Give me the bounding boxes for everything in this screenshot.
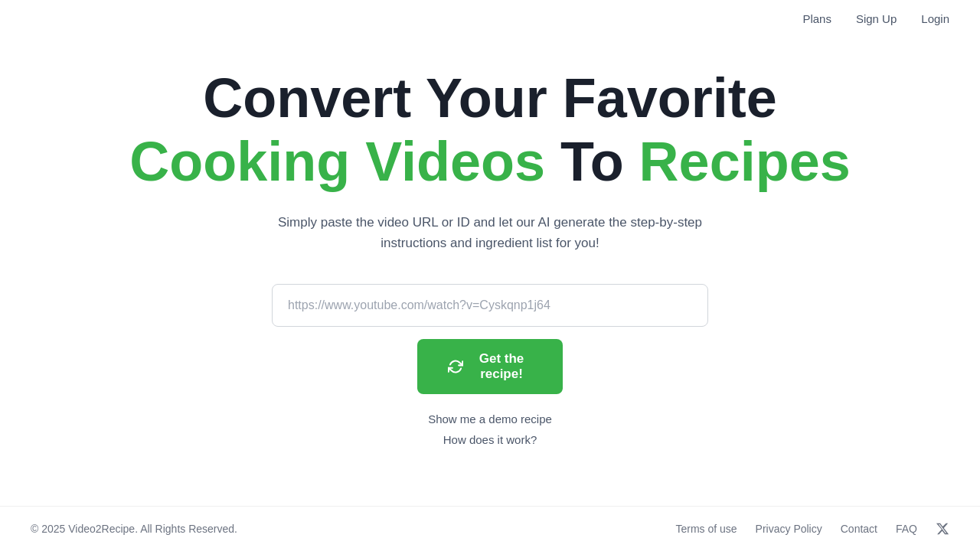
footer-terms-link[interactable]: Terms of use xyxy=(675,523,737,535)
how-it-works-link[interactable]: How does it work? xyxy=(443,433,537,446)
hero-title-recipes: Recipes xyxy=(639,131,851,192)
url-input[interactable] xyxy=(272,284,708,327)
footer-links: Terms of use Privacy Policy Contact FAQ xyxy=(675,522,949,536)
footer-copyright: © 2025 Video2Recipe. All Rights Reserved… xyxy=(31,523,237,535)
hero-title-cooking: Cooking Videos xyxy=(129,131,545,192)
site-footer: © 2025 Video2Recipe. All Rights Reserved… xyxy=(0,506,980,551)
hero-title-line2: Cooking Videos To Recipes xyxy=(129,130,851,194)
get-recipe-button[interactable]: Get the recipe! xyxy=(417,339,563,394)
main-content: Convert Your Favorite Cooking Videos To … xyxy=(0,7,980,506)
footer-faq-link[interactable]: FAQ xyxy=(896,523,917,535)
footer-contact-link[interactable]: Contact xyxy=(841,523,877,535)
get-recipe-label: Get the recipe! xyxy=(471,351,532,382)
hero-title-line1: Convert Your Favorite xyxy=(203,67,777,129)
footer-privacy-link[interactable]: Privacy Policy xyxy=(756,523,822,535)
hero-title: Convert Your Favorite Cooking Videos To … xyxy=(129,67,851,194)
demo-recipe-link[interactable]: Show me a demo recipe xyxy=(428,412,552,425)
hero-subtitle: Simply paste the video URL or ID and let… xyxy=(268,212,712,253)
twitter-icon[interactable] xyxy=(936,522,949,536)
url-input-container xyxy=(272,284,708,327)
hero-title-to: To xyxy=(545,131,639,192)
refresh-icon xyxy=(448,359,463,374)
